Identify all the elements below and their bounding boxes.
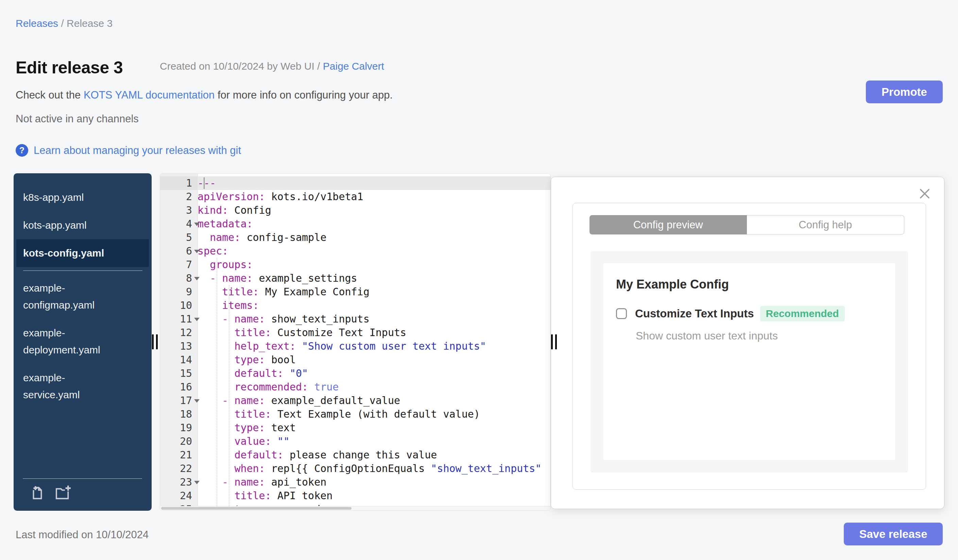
line-number: 14 bbox=[160, 353, 198, 367]
code-line-8[interactable]: 8 - name: example_settings bbox=[160, 272, 550, 285]
breadcrumb-releases-link[interactable]: Releases bbox=[16, 18, 58, 29]
sidebar-item-kots-config-yaml[interactable]: kots-config.yaml bbox=[16, 239, 149, 267]
code-text: - name: show_text_inputs bbox=[198, 312, 550, 326]
code-line-18[interactable]: 18 title: Text Example (with default val… bbox=[160, 407, 550, 421]
line-number: 3 bbox=[160, 204, 198, 217]
created-text: Created on 10/10/2024 by Web UI / bbox=[160, 60, 323, 72]
code-line-4[interactable]: 4metadata: bbox=[160, 217, 550, 231]
close-icon[interactable] bbox=[918, 187, 932, 201]
customize-text-inputs-checkbox[interactable] bbox=[616, 308, 627, 319]
tab-config-help[interactable]: Config help bbox=[747, 215, 905, 234]
sidebar-item-kots-app-yaml[interactable]: kots-app.yaml bbox=[16, 211, 149, 239]
sidebar-bottom bbox=[14, 478, 152, 502]
code-line-15[interactable]: 15 default: "0" bbox=[160, 367, 550, 380]
line-number: 23 bbox=[160, 475, 198, 489]
code-text: default: "0" bbox=[198, 367, 550, 380]
breadcrumb-current: Release 3 bbox=[67, 18, 113, 29]
scrollbar-thumb[interactable] bbox=[161, 507, 352, 510]
line-number: 7 bbox=[160, 258, 198, 272]
line-number: 13 bbox=[160, 340, 198, 353]
code-text: help_text: "Show custom user text inputs… bbox=[198, 340, 550, 353]
sidebar-item-example-configmap-yaml[interactable]: example-configmap.yaml bbox=[16, 274, 149, 319]
config-option-help-text: Show custom user text inputs bbox=[636, 330, 778, 342]
fold-arrow-icon[interactable] bbox=[194, 481, 200, 484]
code-line-5[interactable]: 5 name: config-sample bbox=[160, 231, 550, 244]
channel-status: Not active in any channels bbox=[16, 113, 139, 125]
code-text: value: "" bbox=[198, 435, 550, 448]
line-number: 4 bbox=[160, 217, 198, 231]
code-line-12[interactable]: 12 title: Customize Text Inputs bbox=[160, 326, 550, 340]
promote-button[interactable]: Promote bbox=[866, 81, 943, 103]
line-number: 18 bbox=[160, 407, 198, 421]
fold-arrow-icon[interactable] bbox=[194, 318, 200, 321]
code-line-10[interactable]: 10 items: bbox=[160, 299, 550, 312]
docs-line: Check out the KOTS YAML documentation fo… bbox=[16, 89, 393, 101]
code-line-20[interactable]: 20 value: "" bbox=[160, 435, 550, 448]
code-line-24[interactable]: 24 title: API token bbox=[160, 489, 550, 503]
code-text: spec: bbox=[198, 244, 550, 258]
code-text: - name: example_settings bbox=[198, 272, 550, 285]
sidebar-item-k8s-app-yaml[interactable]: k8s-app.yaml bbox=[16, 184, 149, 211]
code-text: title: My Example Config bbox=[198, 285, 550, 299]
sidebar-bottom-divider bbox=[23, 478, 142, 479]
save-release-button[interactable]: Save release bbox=[844, 523, 943, 546]
preview-tabs: Config preview Config help bbox=[590, 215, 904, 234]
code-line-6[interactable]: 6spec: bbox=[160, 244, 550, 258]
code-text: items: bbox=[198, 299, 550, 312]
code-line-7[interactable]: 7 groups: bbox=[160, 258, 550, 272]
code-line-17[interactable]: 17 - name: example_default_value bbox=[160, 394, 550, 407]
yaml-editor[interactable]: 1---2apiVersion: kots.io/v1beta13kind: C… bbox=[160, 173, 551, 511]
line-number: 10 bbox=[160, 299, 198, 312]
code-line-21[interactable]: 21 default: please change this value bbox=[160, 448, 550, 462]
code-line-23[interactable]: 23 - name: api_token bbox=[160, 475, 550, 489]
code-line-11[interactable]: 11 - name: show_text_inputs bbox=[160, 312, 550, 326]
fold-arrow-icon[interactable] bbox=[194, 223, 200, 226]
line-number: 5 bbox=[160, 231, 198, 244]
code-text: title: Customize Text Inputs bbox=[198, 326, 550, 340]
code-text: metadata: bbox=[198, 217, 550, 231]
question-circle-icon: ? bbox=[16, 144, 28, 157]
code-line-16[interactable]: 16 recommended: true bbox=[160, 380, 550, 394]
code-line-14[interactable]: 14 type: bool bbox=[160, 353, 550, 367]
last-modified-text: Last modified on 10/10/2024 bbox=[16, 529, 149, 541]
kots-yaml-docs-link[interactable]: KOTS YAML documentation bbox=[84, 89, 214, 101]
code-line-3[interactable]: 3kind: Config bbox=[160, 204, 550, 217]
fold-arrow-icon[interactable] bbox=[194, 399, 200, 403]
sidebar-item-example-deployment-yaml[interactable]: example-deployment.yaml bbox=[16, 319, 149, 364]
code-line-13[interactable]: 13 help_text: "Show custom user text inp… bbox=[160, 340, 550, 353]
git-link-label: Learn about managing your releases with … bbox=[34, 144, 241, 157]
panel-resize-handle-left[interactable] bbox=[152, 334, 159, 349]
indent-guide bbox=[229, 285, 230, 507]
config-card: My Example Config Customize Text Inputs … bbox=[603, 263, 895, 460]
code-text: title: Text Example (with default value) bbox=[198, 407, 550, 421]
preview-content-area: My Example Config Customize Text Inputs … bbox=[590, 251, 908, 472]
file-sidebar: k8s-app.yamlkots-app.yamlkots-config.yam… bbox=[14, 173, 152, 511]
line-number: 1 bbox=[160, 176, 198, 190]
line-number: 16 bbox=[160, 380, 198, 394]
editor-horizontal-scrollbar bbox=[160, 506, 550, 510]
indent-guide bbox=[217, 258, 217, 507]
code-line-2[interactable]: 2apiVersion: kots.io/v1beta1 bbox=[160, 190, 550, 204]
git-help-link[interactable]: ? Learn about managing your releases wit… bbox=[16, 144, 241, 157]
fold-arrow-icon[interactable] bbox=[194, 250, 200, 253]
code-text: kind: Config bbox=[198, 204, 550, 217]
code-line-1[interactable]: 1--- bbox=[160, 176, 550, 190]
tab-config-preview[interactable]: Config preview bbox=[590, 215, 747, 234]
created-by-link[interactable]: Paige Calvert bbox=[323, 60, 384, 72]
code-line-9[interactable]: 9 title: My Example Config bbox=[160, 285, 550, 299]
sidebar-icons bbox=[14, 485, 152, 502]
file-list: k8s-app.yamlkots-app.yamlkots-config.yam… bbox=[14, 173, 152, 409]
code-text: groups: bbox=[198, 258, 550, 272]
line-number: 8 bbox=[160, 272, 198, 285]
add-file-icon[interactable] bbox=[30, 485, 45, 502]
code-text: title: API token bbox=[198, 489, 550, 503]
breadcrumb: Releases / Release 3 bbox=[16, 18, 113, 29]
code-line-19[interactable]: 19 type: text bbox=[160, 421, 550, 435]
code-text: recommended: true bbox=[198, 380, 550, 394]
add-folder-icon[interactable] bbox=[54, 485, 72, 502]
code-line-22[interactable]: 22 when: repl{{ ConfigOptionEquals "show… bbox=[160, 462, 550, 475]
fold-arrow-icon[interactable] bbox=[194, 277, 200, 280]
sidebar-item-example-service-yaml[interactable]: example-service.yaml bbox=[16, 364, 149, 409]
page-title: Edit release 3 bbox=[16, 58, 123, 78]
panel-resize-handle-right[interactable] bbox=[551, 334, 558, 349]
